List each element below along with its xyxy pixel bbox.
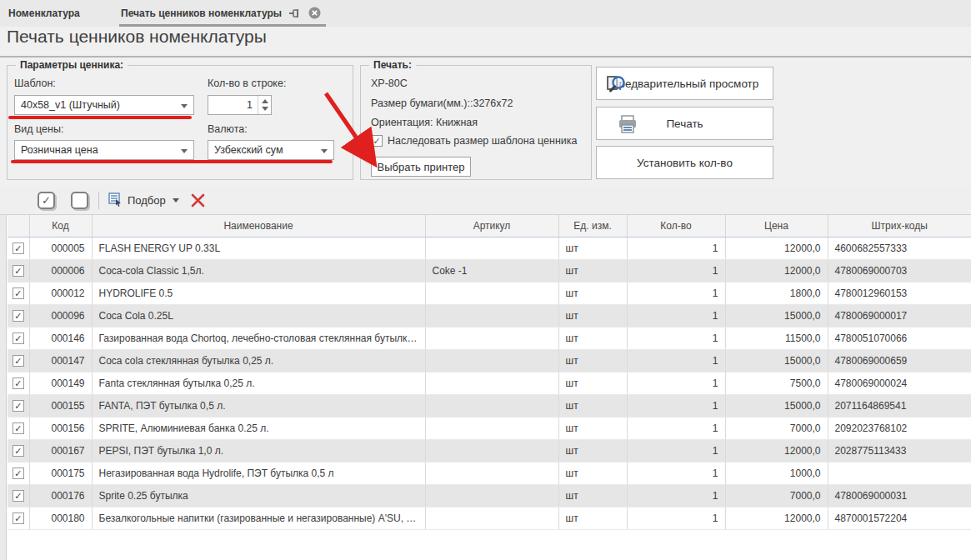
cell-code: 000012 [29, 282, 92, 304]
pin-icon[interactable] [288, 7, 301, 20]
cell-unit: шт [558, 304, 627, 327]
cell-article [425, 417, 558, 439]
table-row[interactable]: ✓000176Sprite 0.25 бутылкашт17000,047800… [8, 484, 971, 507]
template-value: 40x58_v1 (Штучный) [21, 99, 120, 111]
row-checkbox[interactable]: ✓ [8, 349, 29, 372]
cell-article [425, 304, 558, 327]
cell-qty: 1 [627, 439, 725, 462]
table-row[interactable]: ✓000006Coca-cola Classic 1,5л.Coke -1шт1… [8, 259, 971, 282]
table-row[interactable]: ✓000149Fanta стеклянная бутылка 0,25 л.ш… [8, 372, 971, 394]
table-row[interactable]: ✓000155FANTA, ПЭТ бутылка 0,5 л.шт115000… [8, 394, 971, 417]
row-marker-column [0, 215, 7, 560]
column-header-0[interactable]: Код [29, 215, 92, 237]
cell-article: Coke -1 [425, 259, 558, 282]
cell-unit: шт [558, 282, 627, 304]
row-checkbox[interactable]: ✓ [8, 327, 29, 349]
delete-rows-icon[interactable] [190, 192, 206, 212]
print-button[interactable]: Печать [596, 107, 773, 140]
row-checkbox[interactable]: ✓ [8, 282, 29, 304]
table-row[interactable]: ✓000180Безалкогольные напитки (газирован… [8, 507, 971, 529]
cell-name: PEPSI, ПЭТ бутылка 1,0 л. [92, 439, 425, 462]
row-checkbox[interactable]: ✓ [8, 372, 29, 394]
cell-qty: 1 [627, 327, 725, 349]
cell-barcode: 4780069000703 [828, 259, 971, 282]
template-select[interactable]: 40x58_v1 (Штучный) [14, 95, 194, 115]
tab-print-price-tags[interactable]: Печать ценников номенклатуры [121, 0, 282, 27]
quantity-stepper[interactable]: 1 [208, 95, 272, 115]
cell-price: 1800,0 [725, 282, 828, 304]
set-quantity-button[interactable]: Установить кол-во [596, 146, 773, 179]
row-checkbox[interactable]: ✓ [8, 417, 29, 439]
row-checkbox[interactable]: ✓ [8, 237, 29, 259]
row-checkbox[interactable]: ✓ [8, 462, 29, 484]
column-header-2[interactable]: Артикул [425, 215, 558, 237]
cell-qty: 1 [627, 282, 725, 304]
cell-article [425, 507, 558, 529]
cell-price: 12000,0 [725, 507, 828, 529]
check-all-button[interactable]: ✓ [38, 192, 55, 209]
pick-items-button[interactable]: Подбор [108, 190, 166, 211]
cell-qty: 1 [627, 237, 725, 259]
cell-price: 1000,0 [725, 462, 828, 484]
row-checkbox[interactable]: ✓ [8, 394, 29, 417]
tab-label: Печать ценников номенклатуры [121, 8, 282, 19]
cell-unit: шт [558, 484, 627, 507]
cell-unit: шт [558, 237, 627, 259]
row-checkbox[interactable]: ✓ [8, 259, 29, 282]
annotation-arrow [315, 87, 392, 173]
chevron-down-icon [181, 104, 188, 108]
pick-dropdown-icon[interactable] [173, 198, 179, 202]
table-header-row: КодНаименованиеАртикулЕд. изм.Кол-воЦена… [8, 215, 971, 237]
column-header-1[interactable]: Наименование [92, 215, 425, 237]
table-row[interactable]: ✓000156SPRITE, Алюминиевая банка 0.25 л.… [8, 417, 971, 439]
cell-article [425, 394, 558, 417]
cell-article [425, 327, 558, 349]
table-toolbar: ✓ Подбор [0, 187, 971, 215]
checkbox-check-icon: ✓ [13, 355, 24, 367]
items-table: КодНаименованиеАртикулЕд. изм.Кол-воЦена… [8, 215, 971, 530]
price-type-select[interactable]: Розничная цена [14, 140, 194, 160]
column-header-6[interactable]: Штрих-коды [828, 215, 971, 237]
checkbox-check-icon: ✓ [13, 288, 24, 299]
column-header-3[interactable]: Ед. изм. [558, 215, 627, 237]
checkbox-check-icon: ✓ [13, 490, 24, 502]
inherit-size-label: Наследовать размер шаблона ценника [388, 135, 578, 147]
template-label: Шаблон: [14, 78, 56, 89]
stepper-arrows[interactable] [258, 96, 271, 114]
cell-unit: шт [558, 259, 627, 282]
cell-article [425, 282, 558, 304]
table-row[interactable]: ✓000005FLASH ENERGY UP 0.33Lшт112000,046… [8, 237, 971, 259]
cell-code: 000096 [29, 304, 92, 327]
cell-price: 12000,0 [725, 237, 828, 259]
cell-qty: 1 [627, 259, 725, 282]
page-title: Печать ценников номенклатуры [7, 27, 267, 47]
uncheck-all-button[interactable] [71, 192, 88, 209]
row-checkbox[interactable]: ✓ [8, 439, 29, 462]
table-row[interactable]: ✓000146Газированная вода Chortoq, лечебн… [8, 327, 971, 349]
row-checkbox[interactable]: ✓ [8, 507, 29, 529]
checkbox-check-icon: ✓ [13, 332, 24, 344]
button-label: Установить кол-во [637, 157, 733, 169]
cell-name: Coca cola стеклянная бутылка 0,25 л. [92, 349, 425, 372]
column-header-5[interactable]: Цена [725, 215, 828, 237]
table-row[interactable]: ✓000147Coca cola стеклянная бутылка 0,25… [8, 349, 971, 372]
table-row[interactable]: ✓000012HYDROLIFE 0.5шт11800,047800129601… [8, 282, 971, 304]
column-header-checkbox[interactable] [8, 215, 29, 237]
cell-price: 15000,0 [725, 394, 828, 417]
cell-qty: 1 [627, 372, 725, 394]
row-checkbox[interactable]: ✓ [8, 304, 29, 327]
cell-qty: 1 [627, 304, 725, 327]
inherit-size-checkbox[interactable]: ✓ Наследовать размер шаблона ценника [371, 135, 578, 147]
close-tab-icon[interactable] [308, 7, 321, 19]
per-row-label: Кол-во в строке: [208, 78, 286, 89]
tab-nomenclature[interactable]: Номенклатура [8, 0, 80, 27]
row-checkbox[interactable]: ✓ [8, 484, 29, 507]
cell-name: Негазированная вода Hydrolife, ПЭТ бутыл… [92, 462, 425, 484]
column-header-4[interactable]: Кол-во [627, 215, 725, 237]
preview-button[interactable]: Предварительный просмотр [596, 67, 773, 100]
table-row[interactable]: ✓000167PEPSI, ПЭТ бутылка 1,0 л.шт112000… [8, 439, 971, 462]
cell-code: 000176 [29, 484, 92, 507]
table-row[interactable]: ✓000175Негазированная вода Hydrolife, ПЭ… [8, 462, 971, 484]
cell-barcode: 4780051070066 [828, 327, 971, 349]
table-row[interactable]: ✓000096Coca Cola 0.25Lшт115000,047800690… [8, 304, 971, 327]
